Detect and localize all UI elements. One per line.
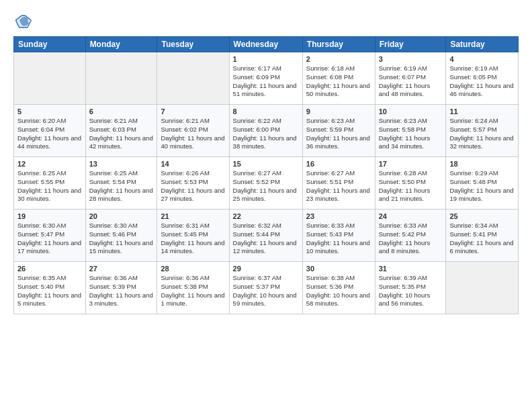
day-number: 13 [89,160,154,168]
day-number: 25 [449,212,515,220]
calendar-cell: 17Sunrise: 6:28 AM Sunset: 5:50 PM Dayli… [375,157,446,210]
cell-info: Sunrise: 6:17 AM Sunset: 6:09 PM Dayligh… [233,64,299,99]
day-number: 24 [379,212,443,220]
calendar-cell: 23Sunrise: 6:33 AM Sunset: 5:43 PM Dayli… [302,210,375,262]
day-number: 9 [306,107,371,116]
logo [13,12,35,31]
calendar-cell: 13Sunrise: 6:25 AM Sunset: 5:54 PM Dayli… [85,157,157,210]
day-number: 31 [379,265,443,273]
weekday-header: Saturday [446,37,519,52]
cell-info: Sunrise: 6:33 AM Sunset: 5:42 PM Dayligh… [379,222,443,256]
calendar-cell: 19Sunrise: 6:30 AM Sunset: 5:47 PM Dayli… [14,210,86,262]
cell-info: Sunrise: 6:34 AM Sunset: 5:41 PM Dayligh… [449,222,515,256]
calendar-cell: 12Sunrise: 6:25 AM Sunset: 5:55 PM Dayli… [14,157,86,210]
calendar-week-row: 1Sunrise: 6:17 AM Sunset: 6:09 PM Daylig… [14,52,519,105]
cell-info: Sunrise: 6:39 AM Sunset: 5:35 PM Dayligh… [379,274,443,308]
cell-info: Sunrise: 6:20 AM Sunset: 6:04 PM Dayligh… [17,117,82,151]
cell-info: Sunrise: 6:36 AM Sunset: 5:38 PM Dayligh… [161,274,225,308]
day-number: 1 [233,55,299,63]
day-number: 2 [306,55,371,63]
day-number: 19 [17,212,82,220]
cell-info: Sunrise: 6:29 AM Sunset: 5:48 PM Dayligh… [449,169,515,203]
day-number: 20 [89,212,154,220]
calendar-cell: 18Sunrise: 6:29 AM Sunset: 5:48 PM Dayli… [446,157,519,210]
calendar-cell: 5Sunrise: 6:20 AM Sunset: 6:04 PM Daylig… [14,105,86,157]
cell-info: Sunrise: 6:31 AM Sunset: 5:45 PM Dayligh… [161,222,225,256]
day-number: 30 [306,265,371,273]
cell-info: Sunrise: 6:28 AM Sunset: 5:50 PM Dayligh… [379,169,443,203]
day-number: 7 [161,107,225,116]
calendar-cell: 29Sunrise: 6:37 AM Sunset: 5:37 PM Dayli… [229,262,302,314]
calendar-cell: 28Sunrise: 6:36 AM Sunset: 5:38 PM Dayli… [157,262,229,314]
calendar-cell: 10Sunrise: 6:23 AM Sunset: 5:58 PM Dayli… [375,105,446,157]
day-number: 23 [306,212,371,220]
day-number: 21 [161,212,225,220]
calendar-cell: 2Sunrise: 6:18 AM Sunset: 6:08 PM Daylig… [302,52,375,105]
cell-info: Sunrise: 6:19 AM Sunset: 6:05 PM Dayligh… [449,64,515,99]
day-number: 14 [161,160,225,168]
day-number: 10 [379,107,443,116]
calendar-cell: 15Sunrise: 6:27 AM Sunset: 5:52 PM Dayli… [229,157,302,210]
day-number: 29 [233,265,299,273]
calendar-cell: 21Sunrise: 6:31 AM Sunset: 5:45 PM Dayli… [157,210,229,262]
cell-info: Sunrise: 6:35 AM Sunset: 5:40 PM Dayligh… [17,274,82,308]
calendar-cell: 20Sunrise: 6:30 AM Sunset: 5:46 PM Dayli… [85,210,157,262]
logo-icon [13,12,32,31]
cell-info: Sunrise: 6:30 AM Sunset: 5:46 PM Dayligh… [89,222,154,256]
day-number: 16 [306,160,371,168]
day-number: 8 [233,107,299,116]
calendar-week-row: 5Sunrise: 6:20 AM Sunset: 6:04 PM Daylig… [14,105,519,157]
calendar-week-row: 19Sunrise: 6:30 AM Sunset: 5:47 PM Dayli… [14,210,519,262]
weekday-header: Thursday [302,37,375,52]
cell-info: Sunrise: 6:21 AM Sunset: 6:02 PM Dayligh… [161,117,225,151]
weekday-header: Sunday [14,37,86,52]
day-number: 27 [89,265,154,273]
day-number: 6 [89,107,154,116]
cell-info: Sunrise: 6:27 AM Sunset: 5:52 PM Dayligh… [233,169,299,203]
day-number: 11 [449,107,515,116]
calendar-cell: 6Sunrise: 6:21 AM Sunset: 6:03 PM Daylig… [85,105,157,157]
header [13,12,519,31]
day-number: 12 [17,160,82,168]
calendar-cell: 24Sunrise: 6:33 AM Sunset: 5:42 PM Dayli… [375,210,446,262]
calendar-cell: 22Sunrise: 6:32 AM Sunset: 5:44 PM Dayli… [229,210,302,262]
weekday-header: Friday [375,37,446,52]
calendar-cell: 8Sunrise: 6:22 AM Sunset: 6:00 PM Daylig… [229,105,302,157]
calendar-cell: 9Sunrise: 6:23 AM Sunset: 5:59 PM Daylig… [302,105,375,157]
cell-info: Sunrise: 6:37 AM Sunset: 5:37 PM Dayligh… [233,274,299,308]
calendar-cell: 11Sunrise: 6:24 AM Sunset: 5:57 PM Dayli… [446,105,519,157]
calendar-cell: 4Sunrise: 6:19 AM Sunset: 6:05 PM Daylig… [446,52,519,105]
calendar-cell [446,262,519,314]
cell-info: Sunrise: 6:21 AM Sunset: 6:03 PM Dayligh… [89,117,154,151]
calendar-body: 1Sunrise: 6:17 AM Sunset: 6:09 PM Daylig… [14,52,519,314]
calendar-cell: 7Sunrise: 6:21 AM Sunset: 6:02 PM Daylig… [157,105,229,157]
cell-info: Sunrise: 6:24 AM Sunset: 5:57 PM Dayligh… [449,117,515,151]
day-number: 18 [449,160,515,168]
weekday-header: Monday [85,37,157,52]
cell-info: Sunrise: 6:26 AM Sunset: 5:53 PM Dayligh… [161,169,225,203]
cell-info: Sunrise: 6:23 AM Sunset: 5:59 PM Dayligh… [306,117,371,151]
day-number: 22 [233,212,299,220]
calendar-cell: 1Sunrise: 6:17 AM Sunset: 6:09 PM Daylig… [229,52,302,105]
cell-info: Sunrise: 6:25 AM Sunset: 5:55 PM Dayligh… [17,169,82,203]
cell-info: Sunrise: 6:27 AM Sunset: 5:51 PM Dayligh… [306,169,371,203]
calendar-week-row: 26Sunrise: 6:35 AM Sunset: 5:40 PM Dayli… [14,262,519,314]
calendar-cell [14,52,86,105]
cell-info: Sunrise: 6:38 AM Sunset: 5:36 PM Dayligh… [306,274,371,308]
day-number: 28 [161,265,225,273]
day-number: 26 [17,265,82,273]
cell-info: Sunrise: 6:33 AM Sunset: 5:43 PM Dayligh… [306,222,371,256]
calendar-cell: 16Sunrise: 6:27 AM Sunset: 5:51 PM Dayli… [302,157,375,210]
page: SundayMondayTuesdayWednesdayThursdayFrid… [0,0,532,411]
day-number: 15 [233,160,299,168]
calendar-table: SundayMondayTuesdayWednesdayThursdayFrid… [13,36,519,314]
cell-info: Sunrise: 6:32 AM Sunset: 5:44 PM Dayligh… [233,222,299,256]
calendar-cell [157,52,229,105]
day-number: 4 [449,55,515,63]
calendar-cell: 30Sunrise: 6:38 AM Sunset: 5:36 PM Dayli… [302,262,375,314]
calendar-cell: 14Sunrise: 6:26 AM Sunset: 5:53 PM Dayli… [157,157,229,210]
calendar-cell [85,52,157,105]
weekday-header: Tuesday [157,37,229,52]
weekday-header: Wednesday [229,37,302,52]
day-number: 3 [379,55,443,63]
